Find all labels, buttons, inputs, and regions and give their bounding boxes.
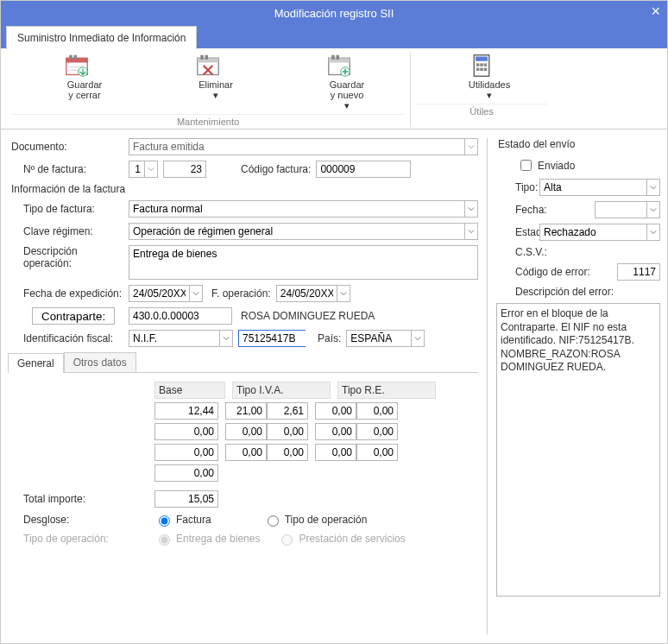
radio-input [159, 534, 170, 546]
contraparte-code-input[interactable] [129, 307, 232, 325]
cell-base[interactable] [154, 402, 218, 420]
ident-type-select[interactable] [129, 330, 219, 347]
th-base: Base [154, 382, 225, 399]
chevron-down-icon[interactable] [464, 223, 478, 240]
n-factura-series[interactable] [129, 161, 144, 178]
section-info-factura: Información de la factura [8, 183, 478, 195]
delete-label: Eliminar [148, 79, 268, 90]
tipo-select[interactable] [539, 179, 646, 196]
svg-rect-7 [200, 55, 204, 60]
radio-input[interactable] [268, 515, 279, 527]
save-close-button[interactable]: Guardar y cerrar [11, 52, 142, 112]
delete-button[interactable]: Eliminar ▾ [142, 52, 274, 112]
desc-error-label: Descripción del error: [496, 286, 614, 298]
chevron-down-icon[interactable] [189, 285, 203, 302]
cell-re-rate[interactable] [315, 402, 356, 420]
codigo-factura-input[interactable] [316, 161, 411, 178]
chevron-down-icon[interactable] [464, 200, 478, 218]
chevron-down-icon: ▾ [148, 90, 268, 100]
estado-select[interactable] [539, 224, 646, 241]
chevron-down-icon[interactable] [144, 161, 158, 178]
vertical-divider [487, 138, 488, 635]
tipo-factura-label: Tipo de factura: [8, 203, 129, 215]
save-new-icon [327, 54, 351, 78]
ribbon-group-utiles: Utilidades ▾ Útiles [411, 52, 552, 127]
svg-rect-3 [74, 55, 78, 60]
svg-rect-16 [476, 63, 480, 66]
clave-regimen-select[interactable] [129, 223, 464, 240]
chevron-down-icon[interactable] [646, 224, 660, 241]
total-importe-input[interactable] [154, 490, 218, 508]
desglose-tipo-op-radio[interactable]: Tipo de operación [263, 513, 368, 527]
contraparte-button[interactable]: Contraparte: [32, 307, 115, 325]
desc-error-box[interactable]: Error en el bloque de la Contraparte. El… [496, 303, 660, 597]
save-close-icon [65, 54, 89, 78]
clave-regimen-label: Clave régimen: [8, 225, 129, 237]
enviado-label: Enviado [538, 160, 575, 172]
fecha-label: Fecha: [496, 204, 539, 216]
pais-label: País: [318, 332, 341, 344]
cell-re-rate[interactable] [315, 444, 356, 461]
cell-re-amount[interactable] [356, 402, 398, 420]
cell-base-extra[interactable] [154, 464, 218, 482]
documento-select[interactable] [129, 138, 464, 155]
ident-value-input[interactable] [238, 330, 306, 347]
svg-rect-8 [205, 55, 209, 60]
cell-base[interactable] [154, 423, 218, 440]
cell-re-amount[interactable] [356, 423, 398, 440]
fecha-input[interactable] [595, 201, 646, 218]
svg-rect-20 [480, 68, 483, 72]
chevron-down-icon: ▾ [421, 90, 542, 100]
cell-iva-amount[interactable] [267, 423, 308, 440]
fecha-op-input[interactable] [276, 285, 337, 302]
cell-base[interactable] [154, 444, 218, 461]
chevron-down-icon[interactable] [646, 201, 660, 218]
cell-iva-amount[interactable] [267, 402, 308, 420]
pais-select[interactable] [346, 330, 411, 347]
utilities-button[interactable]: Utilidades ▾ [416, 52, 547, 102]
cell-iva-amount[interactable] [267, 444, 308, 461]
ribbon-tabstrip: Suministro Inmediato de Información [1, 25, 667, 48]
checkbox-input[interactable] [520, 160, 532, 171]
chevron-down-icon[interactable] [219, 330, 233, 347]
csv-label: C.S.V.: [496, 246, 547, 258]
save-new-button[interactable]: Guardar y nuevo ▾ [274, 52, 405, 112]
svg-rect-21 [484, 68, 488, 72]
tipo-factura-select[interactable] [129, 200, 464, 218]
cell-iva-rate[interactable] [225, 402, 267, 420]
entrega-radio: Entrega de bienes [154, 532, 260, 546]
chevron-down-icon[interactable] [464, 138, 478, 155]
cod-error-input[interactable] [617, 263, 660, 281]
desc-operacion-input[interactable]: Entrega de bienes [129, 245, 478, 280]
fecha-exp-input[interactable] [129, 285, 189, 302]
prestacion-label: Prestación de servicios [299, 533, 405, 545]
tab-sii[interactable]: Suministro Inmediato de Información [6, 26, 197, 49]
desc-operacion-label: Descripción operación: [8, 245, 129, 269]
cell-re-amount[interactable] [356, 444, 398, 461]
cell-iva-rate[interactable] [225, 444, 267, 461]
radio-input[interactable] [159, 515, 170, 527]
window-title: Modificación registro SII [274, 7, 394, 20]
save-close-label: Guardar y cerrar [16, 79, 137, 100]
close-icon[interactable]: × [651, 3, 660, 21]
desglose-factura-label: Factura [176, 514, 211, 526]
cell-re-rate[interactable] [315, 423, 356, 440]
n-factura-number[interactable] [163, 161, 206, 178]
desglose-tipo-op-label: Tipo de operación [285, 514, 368, 526]
chevron-down-icon[interactable] [646, 179, 660, 196]
th-re: Tipo R.E. [337, 382, 436, 399]
total-importe-label: Total importe: [8, 493, 129, 505]
desglose-factura-radio[interactable]: Factura [154, 513, 211, 527]
svg-rect-12 [337, 55, 340, 60]
chevron-down-icon[interactable] [411, 330, 425, 347]
tab-general[interactable]: General [8, 353, 64, 373]
cod-error-label: Código de error: [496, 266, 617, 278]
tab-otros-datos[interactable]: Otros datos [64, 352, 136, 372]
cell-iva-rate[interactable] [225, 423, 267, 440]
ribbon-group-title-util: Útiles [416, 104, 547, 117]
chevron-down-icon[interactable] [337, 285, 350, 302]
prestacion-radio: Prestación de servicios [277, 532, 405, 546]
desglose-label: Desglose: [8, 514, 129, 526]
enviado-checkbox[interactable]: Enviado [517, 157, 575, 174]
calculator-icon [469, 54, 494, 78]
